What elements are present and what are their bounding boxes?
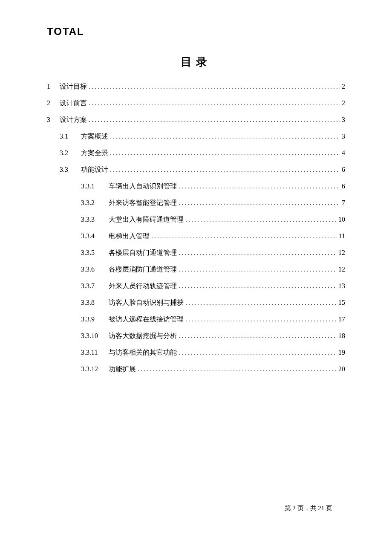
toc-label: 设计方案 xyxy=(60,116,87,124)
toc-number: 3.1 xyxy=(60,133,81,140)
toc-page-number: 11 xyxy=(339,232,345,240)
footer-prefix: 第 xyxy=(285,505,291,512)
toc-entry[interactable]: 3.3.9被访人远程在线接访管理17 xyxy=(47,315,345,324)
toc-label: 各楼层消防门通道管理 xyxy=(109,265,177,274)
toc-label: 外来访客智能登记管理 xyxy=(109,199,177,208)
table-of-contents: 1设计目标22设计前言23设计方案33.1方案概述33.2方案全景43.3功能设… xyxy=(47,82,345,374)
toc-page-number: 13 xyxy=(338,282,345,290)
toc-number: 3.3.9 xyxy=(81,315,109,323)
toc-entry[interactable]: 1设计目标2 xyxy=(47,82,345,91)
toc-page-number: 2 xyxy=(342,83,345,90)
toc-leader-dots xyxy=(138,365,337,373)
toc-number: 3.3.2 xyxy=(81,199,109,207)
toc-entry[interactable]: 3.3功能设计6 xyxy=(47,165,345,174)
toc-entry[interactable]: 3.1方案概述3 xyxy=(47,132,345,141)
toc-number: 3.3.11 xyxy=(81,349,109,356)
toc-page-number: 12 xyxy=(338,249,345,257)
toc-label: 访客人脸自动识别与捕获 xyxy=(109,298,184,307)
toc-entry[interactable]: 3.3.8访客人脸自动识别与捕获15 xyxy=(47,298,345,307)
footer-current-page: 2 xyxy=(292,505,296,512)
toc-label: 与访客相关的其它功能 xyxy=(109,348,177,357)
toc-page-number: 2 xyxy=(342,99,345,107)
toc-leader-dots xyxy=(151,232,337,240)
toc-entry[interactable]: 3.3.10访客大数据挖掘与分析18 xyxy=(47,332,345,341)
toc-label: 访客大数据挖掘与分析 xyxy=(109,332,177,341)
toc-number: 3.2 xyxy=(60,149,81,157)
toc-leader-dots xyxy=(179,249,337,257)
toc-number: 3.3.3 xyxy=(81,216,109,223)
toc-leader-dots xyxy=(179,199,340,207)
toc-number: 2 xyxy=(47,99,60,107)
toc-entry[interactable]: 3.3.5各楼层自动门通道管理12 xyxy=(47,249,345,257)
toc-leader-dots xyxy=(185,299,337,306)
toc-page-number: 7 xyxy=(342,199,345,207)
toc-entry[interactable]: 3.3.6各楼层消防门通道管理12 xyxy=(47,265,345,274)
toc-entry[interactable]: 3.3.4电梯出入管理11 xyxy=(47,232,345,241)
toc-entry[interactable]: 3.3.1车辆出入自动识别管理6 xyxy=(47,182,345,191)
footer-total-pages: 21 xyxy=(318,505,324,512)
toc-page-number: 20 xyxy=(338,365,345,373)
toc-label: 被访人远程在线接访管理 xyxy=(109,315,184,324)
toc-number: 3 xyxy=(47,116,60,124)
toc-number: 3.3.1 xyxy=(81,182,109,190)
toc-number: 3.3.12 xyxy=(81,365,109,373)
toc-page-number: 6 xyxy=(342,182,345,190)
toc-page-number: 3 xyxy=(342,116,345,124)
toc-number: 3.3.7 xyxy=(81,282,109,290)
toc-leader-dots xyxy=(110,166,340,173)
toc-page-number: 17 xyxy=(338,315,345,323)
toc-leader-dots xyxy=(110,149,340,157)
toc-entry[interactable]: 3.3.3大堂出入有障碍通道管理10 xyxy=(47,215,345,224)
toc-number: 3.3.4 xyxy=(81,232,109,240)
toc-label: 大堂出入有障碍通道管理 xyxy=(109,215,184,224)
toc-leader-dots xyxy=(89,99,340,107)
toc-entry[interactable]: 3.2方案全景4 xyxy=(47,149,345,158)
toc-number: 1 xyxy=(47,83,60,90)
toc-entry[interactable]: 3.3.12功能扩展20 xyxy=(47,365,345,374)
toc-label: 方案概述 xyxy=(81,132,108,141)
toc-label: 电梯出入管理 xyxy=(109,232,150,241)
toc-page-number: 10 xyxy=(338,216,345,223)
toc-label: 设计目标 xyxy=(60,82,87,91)
toc-page-number: 15 xyxy=(338,299,345,306)
toc-number: 3.3 xyxy=(60,166,81,173)
toc-page-number: 18 xyxy=(338,332,345,340)
toc-leader-dots xyxy=(179,349,337,356)
toc-label: 车辆出入自动识别管理 xyxy=(109,182,177,191)
toc-leader-dots xyxy=(89,116,340,124)
toc-leader-dots xyxy=(179,266,337,273)
toc-leader-dots xyxy=(89,83,340,90)
toc-page-number: 6 xyxy=(342,166,345,173)
toc-label: 方案全景 xyxy=(81,149,108,158)
footer-mid: 页，共 xyxy=(297,505,317,512)
toc-leader-dots xyxy=(179,282,337,290)
toc-number: 3.3.10 xyxy=(81,332,109,340)
toc-entry[interactable]: 3设计方案3 xyxy=(47,116,345,124)
footer-suffix: 页 xyxy=(326,505,332,512)
toc-entry[interactable]: 3.3.11与访客相关的其它功能19 xyxy=(47,348,345,357)
toc-label: 各楼层自动门通道管理 xyxy=(109,249,177,257)
toc-page-number: 3 xyxy=(342,133,345,140)
toc-leader-dots xyxy=(179,182,340,190)
toc-label: 外来人员行动轨迹管理 xyxy=(109,282,177,291)
toc-leader-dots xyxy=(179,332,337,340)
toc-entry[interactable]: 2设计前言2 xyxy=(47,99,345,108)
toc-leader-dots xyxy=(185,216,337,223)
toc-entry[interactable]: 3.3.7外来人员行动轨迹管理13 xyxy=(47,282,345,291)
toc-label: 功能扩展 xyxy=(109,365,136,374)
toc-entry[interactable]: 3.3.2外来访客智能登记管理7 xyxy=(47,199,345,208)
toc-number: 3.3.8 xyxy=(81,299,109,306)
toc-label: 设计前言 xyxy=(60,99,87,108)
toc-leader-dots xyxy=(110,133,340,140)
toc-title: 目录 xyxy=(47,55,345,69)
toc-number: 3.3.5 xyxy=(81,249,109,257)
logo: TOTAL xyxy=(47,26,345,38)
toc-page-number: 19 xyxy=(338,349,345,356)
toc-label: 功能设计 xyxy=(81,165,108,174)
page-footer: 第 2 页，共 21 页 xyxy=(285,504,333,512)
toc-number: 3.3.6 xyxy=(81,266,109,273)
toc-leader-dots xyxy=(185,315,337,323)
toc-page-number: 12 xyxy=(338,266,345,273)
toc-page-number: 4 xyxy=(342,149,345,157)
